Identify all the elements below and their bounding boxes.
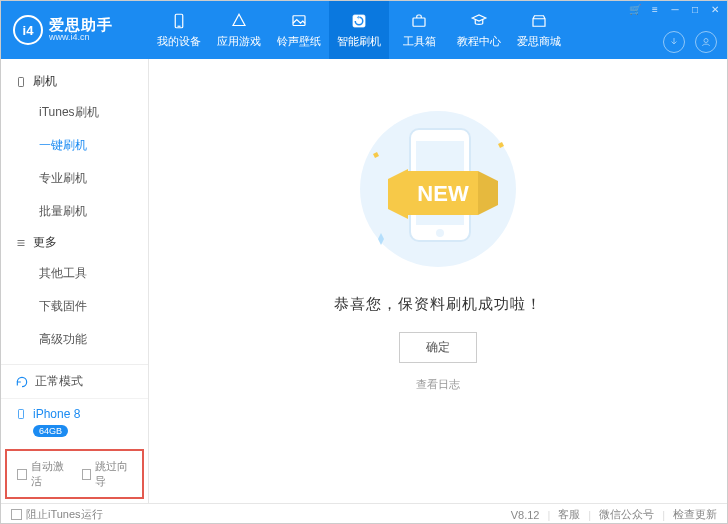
capacity-badge: 64GB bbox=[33, 425, 68, 437]
logo-icon: i4 bbox=[13, 15, 43, 45]
nav-store[interactable]: 爱思商城 bbox=[509, 1, 569, 59]
minimize-button[interactable]: ─ bbox=[669, 3, 681, 15]
svg-rect-4 bbox=[413, 18, 425, 26]
svg-rect-10 bbox=[19, 410, 24, 419]
refresh-mode-icon bbox=[15, 375, 29, 389]
connected-device[interactable]: iPhone 8 64GB bbox=[1, 399, 148, 445]
sidebar-item-download-firmware[interactable]: 下载固件 bbox=[1, 290, 148, 323]
toolbox-icon bbox=[410, 12, 428, 30]
nav-ringtones[interactable]: 铃声壁纸 bbox=[269, 1, 329, 59]
nav-toolbox[interactable]: 工具箱 bbox=[389, 1, 449, 59]
brand-name: 爱思助手 bbox=[49, 17, 113, 34]
header-actions bbox=[663, 31, 717, 53]
apps-icon bbox=[230, 12, 248, 30]
success-message: 恭喜您，保资料刷机成功啦！ bbox=[334, 295, 542, 314]
post-flash-options: 自动激活 跳过向导 bbox=[5, 449, 144, 499]
new-badge-text: NEW bbox=[417, 181, 469, 206]
nav-flash[interactable]: 智能刷机 bbox=[329, 1, 389, 59]
version-label: V8.12 bbox=[511, 509, 540, 521]
sidebar: 刷机 iTunes刷机 一键刷机 专业刷机 批量刷机 更多 其他工具 下载固件 … bbox=[1, 59, 149, 503]
download-icon[interactable] bbox=[663, 31, 685, 53]
wechat-link[interactable]: 微信公众号 bbox=[599, 507, 654, 522]
sidebar-group-more[interactable]: 更多 bbox=[1, 228, 148, 257]
settings-icon[interactable]: ≡ bbox=[649, 3, 661, 15]
checkbox-block-itunes[interactable]: 阻止iTunes运行 bbox=[11, 507, 103, 522]
refresh-icon bbox=[350, 12, 368, 30]
main-content: NEW 恭喜您，保资料刷机成功啦！ 确定 查看日志 bbox=[149, 59, 727, 503]
device-mode[interactable]: 正常模式 bbox=[1, 365, 148, 399]
tutorial-icon bbox=[470, 12, 488, 30]
nav-my-device[interactable]: 我的设备 bbox=[149, 1, 209, 59]
sidebar-item-itunes-flash[interactable]: iTunes刷机 bbox=[1, 96, 148, 129]
store-icon bbox=[530, 12, 548, 30]
svg-point-14 bbox=[436, 229, 444, 237]
ok-button[interactable]: 确定 bbox=[399, 332, 477, 363]
brand-logo: i4 爱思助手 www.i4.cn bbox=[1, 15, 149, 45]
close-button[interactable]: ✕ bbox=[709, 3, 721, 15]
sidebar-group-flash[interactable]: 刷机 bbox=[1, 67, 148, 96]
main-nav: 我的设备 应用游戏 铃声壁纸 智能刷机 工具箱 教程中心 爱思商城 bbox=[149, 1, 569, 59]
brand-url: www.i4.cn bbox=[49, 33, 113, 43]
support-link[interactable]: 客服 bbox=[558, 507, 580, 522]
user-icon[interactable] bbox=[695, 31, 717, 53]
svg-point-5 bbox=[704, 39, 708, 43]
sidebar-item-pro-flash[interactable]: 专业刷机 bbox=[1, 162, 148, 195]
checkbox-auto-activate[interactable]: 自动激活 bbox=[17, 459, 68, 489]
device-icon bbox=[170, 12, 188, 30]
sidebar-item-batch-flash[interactable]: 批量刷机 bbox=[1, 195, 148, 228]
image-icon bbox=[290, 12, 308, 30]
view-log-link[interactable]: 查看日志 bbox=[416, 377, 460, 392]
checkbox-skip-guide[interactable]: 跳过向导 bbox=[82, 459, 133, 489]
success-illustration: NEW bbox=[328, 99, 548, 279]
sidebar-item-other-tools[interactable]: 其他工具 bbox=[1, 257, 148, 290]
svg-rect-6 bbox=[19, 77, 24, 86]
maximize-button[interactable]: □ bbox=[689, 3, 701, 15]
app-header: i4 爱思助手 www.i4.cn 我的设备 应用游戏 铃声壁纸 智能刷机 工具… bbox=[1, 1, 727, 59]
nav-tutorials[interactable]: 教程中心 bbox=[449, 1, 509, 59]
menu-icon bbox=[15, 237, 27, 249]
nav-apps[interactable]: 应用游戏 bbox=[209, 1, 269, 59]
sidebar-item-one-click-flash[interactable]: 一键刷机 bbox=[1, 129, 148, 162]
cart-icon[interactable]: 🛒 bbox=[629, 3, 641, 15]
phone-flash-icon bbox=[15, 76, 27, 88]
sidebar-item-advanced[interactable]: 高级功能 bbox=[1, 323, 148, 356]
status-bar: 阻止iTunes运行 V8.12 | 客服 | 微信公众号 | 检查更新 bbox=[1, 503, 727, 524]
phone-icon bbox=[15, 407, 27, 421]
window-controls: 🛒 ≡ ─ □ ✕ bbox=[629, 3, 721, 15]
check-update-link[interactable]: 检查更新 bbox=[673, 507, 717, 522]
